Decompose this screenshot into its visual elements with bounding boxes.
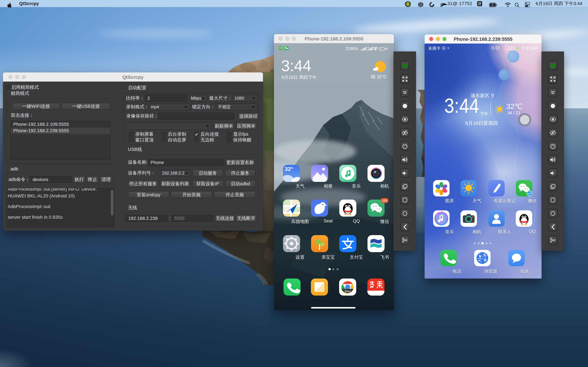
svg-text:Beta: Beta <box>345 290 351 293</box>
svg-text:HD: HD <box>367 47 369 49</box>
svg-text:3: 3 <box>380 48 381 50</box>
